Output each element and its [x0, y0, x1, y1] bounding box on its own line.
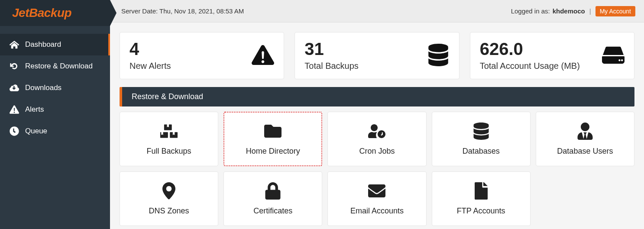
alert-icon	[252, 44, 274, 68]
my-account-button[interactable]: My Account	[595, 6, 635, 16]
stat-card-alerts[interactable]: 4 New Alerts	[120, 32, 284, 79]
tile-grid-row2: DNS Zones Certificates Email Accounts FT…	[120, 171, 634, 226]
tile-email-accounts[interactable]: Email Accounts	[327, 171, 426, 226]
tile-label: DNS Zones	[149, 206, 189, 216]
username: khdemoco	[553, 7, 585, 15]
tile-dns-zones[interactable]: DNS Zones	[120, 171, 218, 226]
clock-icon	[10, 126, 19, 136]
sidebar-item-label: Queue	[25, 127, 47, 135]
sidebar-item-queue[interactable]: Queue	[0, 120, 110, 142]
brand-logo: JetBackup	[12, 6, 71, 20]
separator: |	[589, 7, 591, 15]
tile-label: Full Backups	[147, 147, 191, 156]
sidebar-item-label: Downloads	[25, 84, 61, 92]
map-pin-icon	[160, 182, 178, 201]
logged-in-prefix: Logged in as:	[511, 7, 550, 15]
sidebar-item-label: Alerts	[25, 105, 44, 114]
tile-full-backups[interactable]: Full Backups	[120, 112, 218, 166]
stat-label: Total Account Usage (MB)	[480, 61, 580, 71]
account-area: Logged in as: khdemoco | My Account	[511, 6, 635, 16]
tile-home-directory[interactable]: Home Directory	[223, 112, 322, 166]
tile-certificates[interactable]: Certificates	[223, 171, 322, 226]
envelope-icon	[368, 182, 385, 201]
sidebar-nav: Dashboard Restore & Download Downloads A…	[0, 26, 110, 142]
sidebar: JetBackup Dashboard Restore & Download D…	[0, 0, 110, 229]
tile-ftp-accounts[interactable]: FTP Accounts	[432, 171, 531, 226]
server-date: Server Date: Thu, Nov 18, 2021, 08:53 AM	[121, 7, 244, 15]
stat-card-usage[interactable]: 626.0 Total Account Usage (MB)	[470, 32, 634, 79]
tile-label: Databases	[463, 147, 500, 156]
tile-databases[interactable]: Databases	[432, 112, 531, 166]
stat-label: New Alerts	[129, 61, 171, 71]
topbar: Server Date: Thu, Nov 18, 2021, 08:53 AM…	[110, 0, 644, 23]
user-clock-icon	[368, 123, 385, 142]
file-icon	[472, 182, 490, 201]
tile-label: Database Users	[557, 147, 613, 156]
stat-value: 626.0	[480, 40, 580, 58]
sidebar-item-label: Restore & Download	[25, 62, 93, 71]
database-icon	[427, 44, 450, 68]
boxes-icon	[160, 123, 178, 142]
tile-label: Home Directory	[246, 147, 300, 156]
lock-icon	[264, 182, 282, 201]
stat-label: Total Backups	[304, 61, 359, 71]
main-content: Server Date: Thu, Nov 18, 2021, 08:53 AM…	[110, 0, 644, 229]
stats-row: 4 New Alerts 31 Total Backups 626.0 To	[120, 32, 634, 79]
disk-icon	[602, 44, 625, 68]
tile-grid: Full Backups Home Directory Cron Jobs Da…	[120, 112, 634, 166]
tile-label: Certificates	[253, 206, 292, 216]
database-icon	[472, 123, 490, 142]
tile-label: FTP Accounts	[457, 206, 505, 216]
stat-value: 4	[129, 40, 171, 58]
tile-label: Cron Jobs	[359, 147, 395, 156]
user-tie-icon	[576, 123, 594, 142]
sidebar-item-label: Dashboard	[25, 40, 61, 49]
tile-label: Email Accounts	[350, 206, 404, 216]
tile-cron-jobs[interactable]: Cron Jobs	[327, 112, 426, 166]
folder-icon	[264, 123, 282, 142]
section-header-restore: Restore & Download	[120, 87, 634, 106]
tile-database-users[interactable]: Database Users	[536, 112, 634, 166]
stat-value: 31	[304, 40, 359, 58]
stat-card-backups[interactable]: 31 Total Backups	[294, 32, 459, 79]
